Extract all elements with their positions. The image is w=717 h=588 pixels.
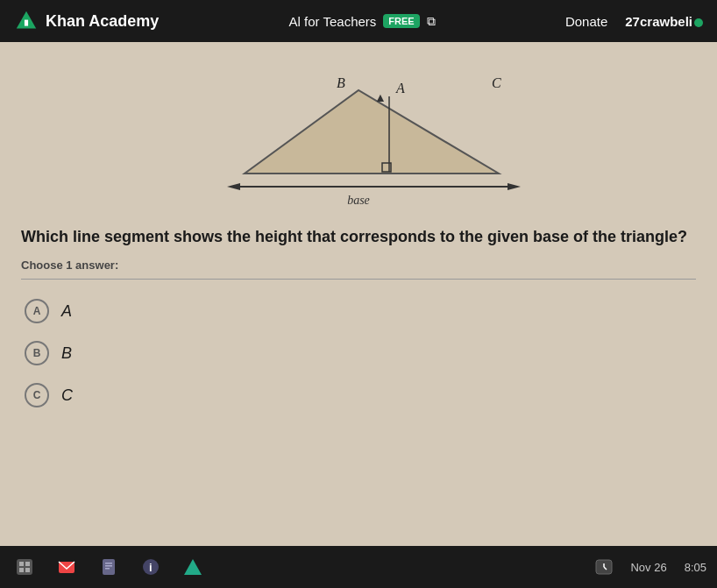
navbar-right: Donate 27crawbeli bbox=[565, 14, 703, 29]
user-online-dot bbox=[694, 18, 703, 27]
choice-bubble-b: B bbox=[25, 341, 49, 365]
choice-bubble-a: A bbox=[25, 299, 49, 323]
svg-text:i: i bbox=[149, 561, 153, 574]
taskbar-home-icon[interactable] bbox=[11, 553, 39, 581]
ai-teachers-label[interactable]: Al for Teachers bbox=[289, 14, 377, 29]
brand-name: Khan Academy bbox=[46, 12, 159, 31]
khan-academy-logo bbox=[14, 9, 39, 33]
svg-rect-23 bbox=[105, 568, 110, 570]
navbar: Khan Academy Al for Teachers FREE ⧉ Dona… bbox=[0, 0, 717, 42]
svg-marker-7 bbox=[227, 183, 240, 190]
choice-label-a: A bbox=[61, 302, 72, 321]
donate-link[interactable]: Donate bbox=[565, 14, 607, 29]
taskbar-info-icon[interactable]: i bbox=[137, 553, 165, 581]
taskbar-file-icon[interactable] bbox=[95, 553, 123, 581]
taskbar-clock-icon bbox=[595, 558, 613, 576]
svg-text:base: base bbox=[347, 194, 370, 207]
choice-label-b: B bbox=[61, 344, 72, 363]
svg-text:▲: ▲ bbox=[374, 90, 387, 104]
answer-choice-a[interactable]: A A bbox=[21, 290, 696, 332]
brand[interactable]: Khan Academy bbox=[14, 9, 159, 33]
free-badge[interactable]: FREE bbox=[383, 14, 419, 28]
svg-rect-16 bbox=[25, 562, 30, 566]
choose-label: Choose 1 answer: bbox=[21, 259, 696, 272]
taskbar: i Nov 26 8:05 bbox=[0, 546, 717, 588]
svg-marker-8 bbox=[508, 183, 521, 190]
answer-choice-c[interactable]: C C bbox=[21, 374, 696, 416]
choice-bubble-c: C bbox=[25, 383, 49, 407]
svg-marker-3 bbox=[245, 90, 499, 174]
svg-rect-14 bbox=[17, 559, 32, 575]
main-content: B C A ▲ base Which line segment shows th… bbox=[0, 42, 717, 546]
triangle-diagram: B C A ▲ base bbox=[174, 60, 543, 209]
svg-rect-21 bbox=[105, 563, 112, 564]
choice-label-c: C bbox=[61, 386, 73, 405]
taskbar-triangle-icon[interactable] bbox=[179, 553, 207, 581]
answer-choice-b[interactable]: B B bbox=[21, 332, 696, 374]
navbar-center: Al for Teachers FREE ⧉ bbox=[173, 14, 551, 29]
svg-rect-22 bbox=[105, 565, 112, 567]
svg-rect-17 bbox=[19, 568, 24, 572]
taskbar-time: 8:05 bbox=[685, 561, 706, 574]
taskbar-date: Nov 26 bbox=[630, 561, 666, 574]
divider bbox=[21, 279, 696, 280]
svg-rect-18 bbox=[25, 568, 30, 572]
svg-rect-20 bbox=[103, 559, 115, 575]
svg-text:A: A bbox=[395, 81, 405, 96]
svg-rect-15 bbox=[19, 562, 24, 566]
taskbar-email-icon[interactable] bbox=[53, 553, 81, 581]
question-text: Which line segment shows the height that… bbox=[21, 226, 696, 248]
svg-text:C: C bbox=[492, 75, 501, 90]
diagram-container: B C A ▲ base bbox=[21, 60, 696, 209]
svg-rect-2 bbox=[25, 20, 28, 26]
svg-marker-26 bbox=[184, 559, 202, 575]
user-name: 27crawbeli bbox=[625, 14, 703, 29]
external-link-icon[interactable]: ⧉ bbox=[427, 14, 436, 29]
svg-text:B: B bbox=[337, 75, 345, 90]
taskbar-right: Nov 26 8:05 bbox=[595, 558, 706, 576]
